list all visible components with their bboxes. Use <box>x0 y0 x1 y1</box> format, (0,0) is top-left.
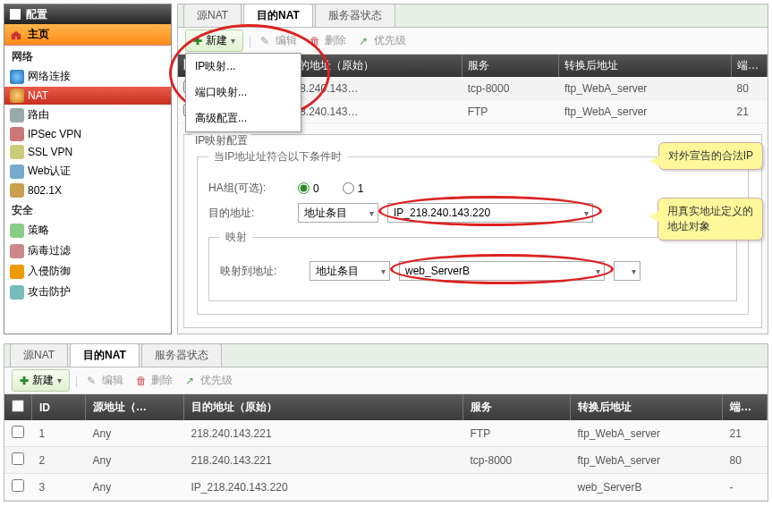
new-button-b[interactable]: ✚ 新建 ▾ <box>12 369 70 392</box>
edit-button[interactable]: ✎编辑 <box>257 31 301 50</box>
sidebar-item-8021x[interactable]: 802.1X <box>4 182 171 199</box>
ha-radio-1[interactable]: 1 <box>343 182 364 195</box>
cfg-legend-condition: 当IP地址址符合以下条件时 <box>208 149 347 165</box>
attack-icon <box>10 285 24 300</box>
ipsec-icon <box>10 127 24 141</box>
ha-radio-0[interactable]: 0 <box>298 182 319 195</box>
sidebar-item-virus[interactable]: 病毒过滤 <box>4 241 171 261</box>
sidebar-home-label: 主页 <box>28 27 49 42</box>
col-src-b[interactable]: 源地址（… <box>86 394 184 420</box>
dst-label: 目的地址: <box>208 206 289 221</box>
dropdown-caret-icon: ▾ <box>231 36 235 46</box>
trash-icon: 🗑 <box>310 35 322 47</box>
sidebar-titlebar: 配置 <box>4 4 171 24</box>
edit-icon: ✎ <box>260 35 273 47</box>
menu-ip-map[interactable]: IP映射... <box>186 54 301 80</box>
callout-legal-ip: 对外宣告的合法IP <box>658 142 763 170</box>
sidebar-item-attack[interactable]: 攻击防护 <box>4 282 171 302</box>
col-xlate[interactable]: 转换后地址 <box>559 55 732 77</box>
plus-icon: ✚ <box>193 35 202 47</box>
sidebar-item-netconn[interactable]: 网络连接 <box>4 66 171 87</box>
ssl-icon <box>10 145 24 159</box>
8021x-icon <box>10 183 24 198</box>
titlebar-icon <box>10 9 21 20</box>
tab-bar: 源NAT 目的NAT 服务器状态 <box>178 4 768 28</box>
tab-src-nat[interactable]: 源NAT <box>183 4 242 27</box>
ipmap-config-panel: IP映射配置 当IP地址址符合以下条件时 HA组(可选): 0 1 目的地址: … <box>183 134 762 328</box>
trash-icon: 🗑 <box>136 375 148 387</box>
policy-icon <box>10 224 24 238</box>
cfg-title: IP映射配置 <box>191 133 251 148</box>
sidebar-item-nat[interactable]: NAT <box>4 87 171 105</box>
ha-label: HA组(可选): <box>208 181 289 196</box>
callout-addr-object: 用真实地址定义的 地址对象 <box>657 198 763 241</box>
new-button[interactable]: ✚ 新建 ▾ <box>185 30 243 52</box>
ips-icon <box>10 265 24 279</box>
priority-button-b[interactable]: ↗优先级 <box>182 371 236 390</box>
priority-icon: ↗ <box>185 375 198 387</box>
tab-server-status[interactable]: 服务器状态 <box>315 4 395 27</box>
map-label: 映射到地址: <box>220 264 301 279</box>
bottom-panel: 源NAT 目的NAT 服务器状态 ✚ 新建 ▾ | ✎编辑 🗑删除 ↗优先级 I… <box>4 343 768 502</box>
sidebar-item-route[interactable]: 路由 <box>4 105 171 125</box>
home-icon <box>10 29 22 41</box>
dst-value-select[interactable]: IP_218.240.143.220 <box>387 203 593 223</box>
edit-icon: ✎ <box>87 375 99 387</box>
delete-button[interactable]: 🗑删除 <box>306 31 350 50</box>
sidebar-group-security: 安全 <box>4 199 171 220</box>
col-svc[interactable]: 服务 <box>462 55 559 77</box>
sidebar: 配置 主页 网络 网络连接 NAT 路由 IPSec VPN SSL VPN W… <box>4 4 172 334</box>
priority-icon: ↗ <box>359 35 371 47</box>
priority-button[interactable]: ↗优先级 <box>355 31 410 50</box>
tab-server-status-b[interactable]: 服务器状态 <box>141 343 222 367</box>
cfg-legend-map: 映射 <box>220 230 252 245</box>
menu-advanced[interactable]: 高级配置... <box>186 106 301 131</box>
header-checkbox-b[interactable] <box>12 400 24 412</box>
tab-bar-bottom: 源NAT 目的NAT 服务器状态 <box>4 344 768 367</box>
col-svc-b[interactable]: 服务 <box>463 394 571 420</box>
sidebar-title: 配置 <box>26 7 47 22</box>
edit-button-b[interactable]: ✎编辑 <box>83 371 127 390</box>
tab-src-nat-b[interactable]: 源NAT <box>10 343 68 367</box>
table-row[interactable]: 2 Any 218.240.143.221 tcp-8000 ftp_WebA_… <box>4 447 768 474</box>
dst-type-select[interactable]: 地址条目 <box>298 203 378 223</box>
sidebar-item-webauth[interactable]: Web认证 <box>4 161 171 182</box>
col-port[interactable]: 端… <box>732 55 768 77</box>
sidebar-group-network: 网络 <box>4 46 171 66</box>
sidebar-home[interactable]: 主页 <box>4 24 171 46</box>
table-row[interactable]: 3 Any IP_218.240.143.220 web_ServerB - <box>4 474 768 501</box>
toolbar-bottom: ✚ 新建 ▾ | ✎编辑 🗑删除 ↗优先级 <box>4 367 768 394</box>
plus-icon: ✚ <box>20 375 29 387</box>
globe-icon <box>10 70 24 84</box>
sidebar-item-ipsec[interactable]: IPSec VPN <box>4 125 171 143</box>
sidebar-item-sslvpn[interactable]: SSL VPN <box>4 143 171 161</box>
nat-icon <box>10 89 24 103</box>
main-panel: 源NAT 目的NAT 服务器状态 ✚ 新建 ▾ | ✎编辑 🗑删除 ↗优先级 I… <box>177 4 768 334</box>
col-xlate-b[interactable]: 转换后地址 <box>571 394 723 420</box>
col-id-b[interactable]: ID <box>32 394 86 420</box>
tab-dst-nat-b[interactable]: 目的NAT <box>70 343 140 367</box>
map-type-select[interactable]: 地址条目 <box>310 261 390 281</box>
route-icon <box>10 108 24 122</box>
cfg-fieldset-map: 映射 映射到地址: 地址条目 web_ServerB <box>208 230 737 301</box>
table-row[interactable]: 1 Any 218.240.143.221 FTP ftp_WebA_serve… <box>4 420 768 447</box>
nat-table-bottom: ID 源地址（… 目的地址（原始） 服务 转换后地址 端… 1 Any 218.… <box>4 394 768 501</box>
dropdown-caret-icon: ▾ <box>57 376 62 385</box>
new-menu: IP映射... 端口映射... 高级配置... <box>185 53 301 132</box>
toolbar: ✚ 新建 ▾ | ✎编辑 🗑删除 ↗优先级 IP映射... 端口映射... 高级… <box>178 28 768 55</box>
col-port-b[interactable]: 端… <box>723 394 768 420</box>
sidebar-item-policy[interactable]: 策略 <box>4 220 171 241</box>
virus-icon <box>10 244 24 258</box>
web-icon <box>10 165 24 179</box>
tab-dst-nat[interactable]: 目的NAT <box>243 4 313 27</box>
row-checkbox[interactable] <box>12 479 24 492</box>
col-dst-b[interactable]: 目的地址（原始） <box>184 394 463 420</box>
row-checkbox[interactable] <box>12 452 24 465</box>
map-value-select[interactable]: web_ServerB <box>399 261 605 281</box>
sidebar-item-ips[interactable]: 入侵防御 <box>4 261 171 282</box>
map-extra-select[interactable] <box>614 261 641 281</box>
menu-port-map[interactable]: 端口映射... <box>186 80 301 106</box>
row-checkbox[interactable] <box>12 426 24 438</box>
col-dst[interactable]: 目的地址（原始） <box>283 55 462 77</box>
delete-button-b[interactable]: 🗑删除 <box>132 371 176 390</box>
